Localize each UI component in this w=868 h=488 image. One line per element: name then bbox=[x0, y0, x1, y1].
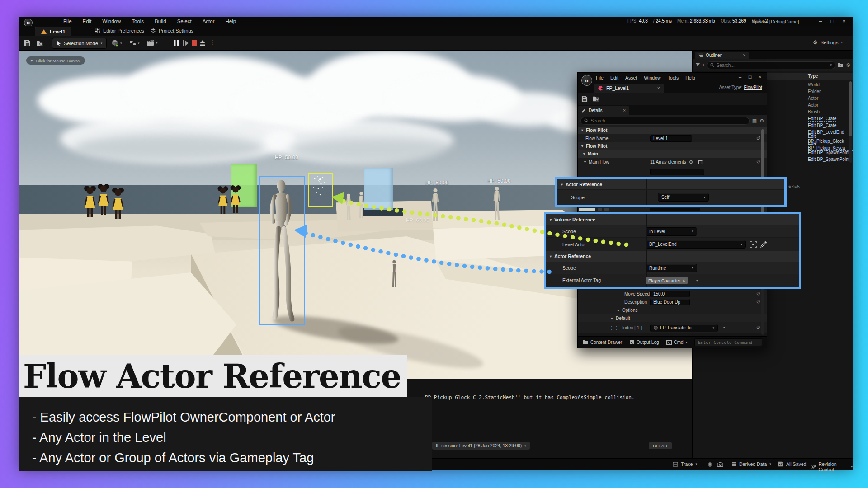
all-saved-button[interactable]: All Saved bbox=[778, 461, 806, 467]
outliner-settings-gear-icon[interactable]: ⚙ bbox=[846, 62, 850, 68]
maximize-button[interactable]: □ bbox=[826, 18, 838, 24]
maximize-button[interactable]: □ bbox=[745, 74, 755, 80]
playback-options-icon[interactable]: ⋮ bbox=[209, 39, 215, 46]
outliner-edit-link[interactable]: Edit BP_Crate bbox=[808, 116, 836, 122]
menu-item[interactable]: Help bbox=[226, 19, 236, 24]
browse-content-icon[interactable] bbox=[593, 96, 600, 102]
tab-details[interactable]: Details × bbox=[578, 106, 629, 115]
cinematics-button[interactable]: ▾ bbox=[146, 39, 158, 46]
outliner-edit-link[interactable]: Edit BP_Crate bbox=[808, 123, 836, 128]
screenshot-camera-icon[interactable] bbox=[717, 462, 723, 467]
row-default[interactable]: ▸Default bbox=[578, 314, 767, 322]
grid-view-icon[interactable]: ▦ bbox=[752, 118, 757, 124]
close-icon[interactable]: × bbox=[623, 108, 626, 113]
chevron-down-icon[interactable]: ▾ bbox=[830, 63, 832, 67]
editor-preferences-button[interactable]: Editor Preferences bbox=[95, 28, 144, 33]
tag-dropdown-chevron[interactable]: ▾ bbox=[696, 279, 698, 282]
close-icon[interactable]: × bbox=[743, 53, 745, 58]
details-settings-gear-icon[interactable]: ⚙ bbox=[760, 118, 764, 124]
clear-log-button[interactable]: CLEAR bbox=[649, 442, 672, 449]
section-flow-pilot[interactable]: ▾Flow Pilot bbox=[578, 127, 767, 134]
selection-mode-dropdown[interactable]: Selection Mode ▾ bbox=[52, 38, 107, 49]
output-log-button[interactable]: Output Log bbox=[629, 340, 659, 345]
section-main[interactable]: ▾Main bbox=[578, 150, 767, 158]
add-folder-icon[interactable]: + bbox=[838, 63, 844, 68]
outliner-search-input-wrap[interactable]: ▾ bbox=[707, 61, 836, 69]
add-actor-button[interactable]: + ▾ bbox=[111, 39, 122, 47]
level-actor-dropdown[interactable]: BP_LevelEnd▾ bbox=[646, 240, 746, 249]
step-button[interactable] bbox=[182, 40, 189, 47]
section-actor-reference[interactable]: ▾Actor Reference bbox=[557, 179, 784, 189]
type-column-header[interactable]: Type bbox=[808, 74, 818, 79]
session-filter-dropdown[interactable]: IE session: Level1 (28 Jan 2024, 13:29:0… bbox=[432, 442, 530, 450]
pause-button[interactable] bbox=[173, 40, 179, 47]
pick-actor-icon[interactable] bbox=[750, 241, 757, 248]
settings-button[interactable]: ⚙ Settings ▾ bbox=[813, 39, 843, 46]
project-settings-button[interactable]: Project Settings bbox=[151, 28, 193, 33]
scope-dropdown[interactable]: Self▾ bbox=[658, 193, 709, 202]
trash-icon[interactable] bbox=[698, 160, 703, 164]
target-circle-icon[interactable]: ◉ bbox=[708, 461, 712, 467]
menu-item[interactable]: Edit bbox=[83, 19, 92, 24]
trace-button[interactable]: Trace▾ bbox=[673, 461, 697, 467]
stop-button[interactable] bbox=[192, 40, 197, 46]
details-search-input[interactable] bbox=[591, 118, 746, 123]
menu-item[interactable]: File bbox=[596, 75, 604, 80]
menu-item[interactable]: Select bbox=[177, 19, 192, 24]
reset-icon[interactable]: ↺ bbox=[756, 136, 760, 141]
menu-item[interactable]: File bbox=[63, 19, 72, 24]
cmd-dropdown[interactable]: Cmd▾ bbox=[666, 340, 688, 345]
minimize-button[interactable]: – bbox=[815, 18, 826, 24]
derived-data-button[interactable]: Derived Data▾ bbox=[731, 461, 771, 467]
revision-control-button[interactable]: Revision Control▾ bbox=[811, 461, 853, 472]
section-actor-reference-2[interactable]: ▾Actor Reference bbox=[546, 251, 799, 262]
menu-item[interactable]: Tools bbox=[668, 75, 679, 80]
tab-level1[interactable]: Level1 bbox=[35, 27, 71, 36]
row-options[interactable]: ▸Options bbox=[578, 306, 767, 314]
remove-tag-icon[interactable]: × bbox=[683, 278, 685, 283]
save-icon[interactable] bbox=[581, 96, 588, 102]
menu-item[interactable]: Help bbox=[685, 75, 695, 80]
menu-item[interactable]: Build bbox=[155, 19, 166, 24]
reset-icon[interactable]: ↺ bbox=[756, 299, 760, 305]
eject-button[interactable] bbox=[199, 40, 206, 47]
menu-item[interactable]: Asset bbox=[625, 75, 637, 80]
section-volume-reference[interactable]: ▾Volume Reference bbox=[546, 214, 799, 225]
close-button[interactable]: × bbox=[755, 74, 765, 80]
extra-dropdown-chevron[interactable]: ▾ bbox=[723, 326, 725, 329]
menu-item[interactable]: Actor bbox=[203, 19, 215, 24]
menu-item[interactable]: Window bbox=[102, 19, 121, 24]
eyedropper-icon[interactable] bbox=[760, 241, 767, 248]
tab-fp-level1[interactable]: FP_Level1 × bbox=[594, 84, 664, 93]
details-search-wrap[interactable] bbox=[580, 117, 750, 125]
gameplay-tag-chip[interactable]: Player.Character × bbox=[646, 277, 688, 284]
move-speed-input[interactable]: 150.0 bbox=[650, 291, 690, 297]
section-flow-pilot-2[interactable]: ▾Flow Pilot bbox=[578, 142, 767, 150]
partial-valbox[interactable] bbox=[650, 169, 704, 175]
asset-type-link[interactable]: FlowPilot bbox=[744, 85, 762, 90]
outliner-search-input[interactable] bbox=[717, 63, 828, 68]
close-button[interactable]: × bbox=[838, 18, 850, 24]
console-command-input[interactable] bbox=[694, 338, 762, 346]
filter-funnel-icon[interactable] bbox=[695, 63, 700, 67]
reset-icon[interactable]: ↺ bbox=[756, 159, 760, 165]
tab-outliner[interactable]: Outliner × bbox=[695, 52, 749, 59]
reset-icon[interactable]: ↺ bbox=[756, 325, 760, 331]
outliner-edit-link[interactable]: Edit BP_SpawnPoint bbox=[808, 157, 849, 162]
flow-name-input[interactable]: Level 1 bbox=[650, 135, 692, 142]
outliner-scrollbar-thumb[interactable] bbox=[849, 81, 852, 136]
drag-grip-icon[interactable]: ⋮⋮ bbox=[609, 325, 619, 330]
mouse-control-pill[interactable]: ▶ Click for Mouse Control bbox=[26, 56, 85, 65]
menu-item[interactable]: Window bbox=[644, 75, 660, 80]
description-input[interactable]: Blue Door Up bbox=[650, 299, 690, 305]
scope-dropdown[interactable]: In Level▾ bbox=[646, 227, 697, 236]
save-icon[interactable] bbox=[24, 40, 31, 47]
menu-item[interactable]: Tools bbox=[132, 19, 144, 24]
outliner-edit-link[interactable]: Edit BP_SpawnPoint bbox=[808, 150, 849, 155]
reset-icon[interactable]: ↺ bbox=[756, 291, 760, 297]
filter-chevron-icon[interactable]: ▾ bbox=[703, 63, 704, 67]
minimize-button[interactable]: – bbox=[735, 74, 745, 80]
blueprints-button[interactable]: ▾ bbox=[129, 40, 140, 46]
scope-dropdown[interactable]: Runtime▾ bbox=[646, 264, 697, 272]
browse-content-icon[interactable] bbox=[36, 40, 44, 47]
